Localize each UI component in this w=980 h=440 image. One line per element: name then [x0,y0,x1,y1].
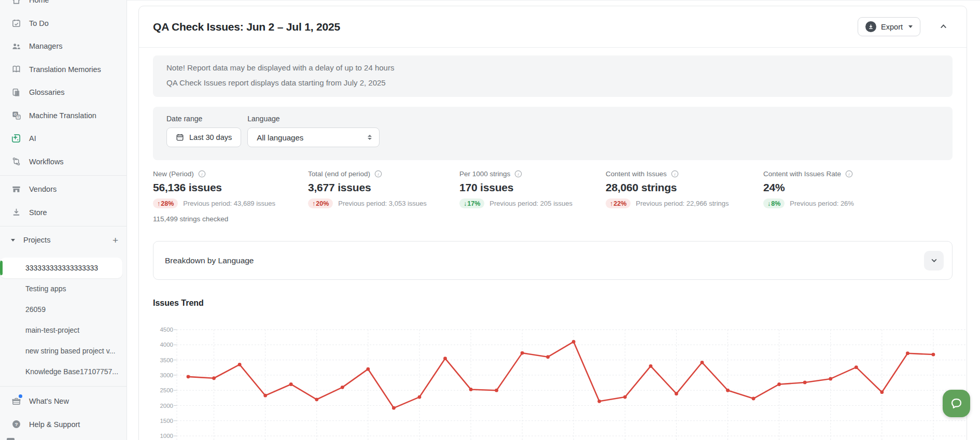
previous-period-text: Previous period: 43,689 issues [183,200,275,207]
download-icon [11,207,21,218]
calendar-check-icon [11,18,21,29]
project-item-label: main-test-project [25,326,79,334]
svg-text:i: i [674,172,675,177]
date-range-label: Date range [166,115,241,123]
sidebar-secondary-nav: Vendors Store [0,178,127,224]
projects-header: Projects + [0,229,127,251]
help-question-icon: ? [11,419,21,430]
previous-period-text: Previous period: 3,053 issues [338,200,427,207]
sidebar-item-label: Glossaries [29,88,65,96]
stat-label: Content with Issues Rate [763,170,841,178]
line-chart-svg: 45004000350030002500200015001000500 [152,314,968,440]
export-button[interactable]: Export [858,17,920,36]
project-item[interactable]: Testing apps [0,278,127,299]
project-item[interactable]: Knowledge Base17107757... [0,361,127,382]
home-icon [11,0,21,5]
whats-new-icon [11,396,21,406]
calendar-icon [176,133,184,141]
sidebar-item-todo[interactable]: To Do [0,12,127,35]
page-title: QA Check Issues: Jun 2 – Jul 1, 2025 [153,21,340,33]
projects-collapse-caret-icon[interactable] [11,239,15,242]
export-dropdown-caret-icon [908,25,913,28]
stat-label: New (Period) [153,170,194,178]
previous-period-text: Previous period: 205 issues [489,200,572,207]
sidebar-item-whats-new[interactable]: What's New [0,390,127,413]
svg-text:i: i [518,172,519,177]
collapse-report-button[interactable] [936,19,951,35]
info-icon[interactable]: i [514,170,522,178]
sidebar-item-managers[interactable]: Managers [0,35,127,58]
project-item[interactable]: 26059 [0,299,127,320]
info-icon[interactable]: i [671,170,679,178]
stats-row: New (Period) i 56,136 issues ↑28% Previo… [153,170,967,208]
project-item-active[interactable]: 333333333333333333 [0,258,122,278]
stat-total-end-of-period: Total (end of period) i 3,677 issues ↑20… [308,170,459,208]
date-range-button[interactable]: Last 30 days [166,127,241,147]
project-item[interactable]: main-test-project [0,320,127,340]
sidebar-item-label: AI [29,134,36,143]
sidebar-item-vendors[interactable]: Vendors [0,178,127,201]
svg-text:1000: 1000 [160,433,173,439]
project-item-label: 333333333333333333 [25,264,98,272]
translate-icon: G文 [11,110,21,121]
project-item-label: new string based project v... [25,347,115,355]
sidebar-item-label: What's New [29,397,69,405]
stat-content-with-issues-rate: Content with Issues Rate i 24% ↓8% Previ… [763,170,854,208]
previous-period-text: Previous period: 22,966 strings [636,200,729,207]
export-download-icon [865,21,876,32]
info-icon[interactable]: i [198,170,206,178]
sidebar-item-workflows[interactable]: Workflows [0,150,127,174]
info-icon[interactable]: i [374,170,382,178]
delta-badge: ↑22% [606,198,631,208]
header-actions: Export [858,17,958,36]
stat-label: Total (end of period) [308,170,370,178]
workflow-icon [11,157,21,167]
sidebar-item-label: Vendors [29,185,57,193]
ai-sparkle-icon [11,133,21,144]
note-box: Note! Report data may be displayed with … [153,55,953,97]
svg-text:i: i [201,172,202,177]
add-project-button[interactable]: + [113,235,118,245]
svg-text:文: 文 [17,116,20,119]
chevron-up-icon [939,22,948,31]
issues-trend-title: Issues Trend [153,299,967,308]
note-line-2: QA Check Issues report displays data sta… [166,79,939,87]
svg-text:i: i [849,172,850,177]
delta-badge: ↓8% [763,198,785,208]
note-line-1: Note! Report data may be displayed with … [166,64,939,72]
stat-content-with-issues: Content with Issues i 28,060 strings ↑22… [606,170,763,208]
chat-bubble-icon [949,396,963,410]
project-item[interactable]: new string based project v... [0,340,127,361]
svg-text:4500: 4500 [160,327,173,333]
sidebar-main-nav: Home To Do Managers Translation Memories… [0,0,127,173]
svg-text:i: i [378,172,379,177]
report-card: QA Check Issues: Jun 2 – Jul 1, 2025 Exp… [138,6,967,440]
sidebar-item-label: Workflows [29,158,64,166]
sidebar-item-store[interactable]: Store [0,201,127,224]
breakdown-by-language-panel: Breakdown by Language [153,241,953,280]
chevron-down-icon [930,256,939,265]
chat-widget-button[interactable] [943,390,970,417]
delta-badge: ↑28% [153,198,178,208]
sidebar-divider [0,226,127,226]
previous-period-text: Previous period: 26% [790,200,854,207]
strings-checked-text: 115,499 strings checked [153,215,967,223]
filter-box: Date range Last 30 days Language All lan… [153,107,953,160]
sidebar-item-ai[interactable]: AI [0,127,127,150]
project-item-label: Testing apps [25,285,66,293]
sidebar-item-translation-memories[interactable]: Translation Memories [0,58,127,81]
info-icon[interactable]: i [845,170,853,178]
breakdown-expand-button[interactable] [924,251,944,271]
select-updown-icon [368,135,372,140]
books-icon [11,87,21,97]
sidebar-item-machine-translation[interactable]: G文 Machine Translation [0,104,127,127]
stat-value: 3,677 issues [308,181,459,194]
report-header: QA Check Issues: Jun 2 – Jul 1, 2025 Exp… [139,6,967,48]
export-button-label: Export [881,23,903,31]
delta-badge: ↑20% [308,198,333,208]
sidebar-item-home[interactable]: Home [0,0,127,12]
language-select[interactable]: All languages [247,127,380,147]
sidebar-item-glossaries[interactable]: Glossaries [0,81,127,104]
sidebar-item-help-support[interactable]: ? Help & Support [0,413,127,436]
language-select-value: All languages [257,133,303,142]
